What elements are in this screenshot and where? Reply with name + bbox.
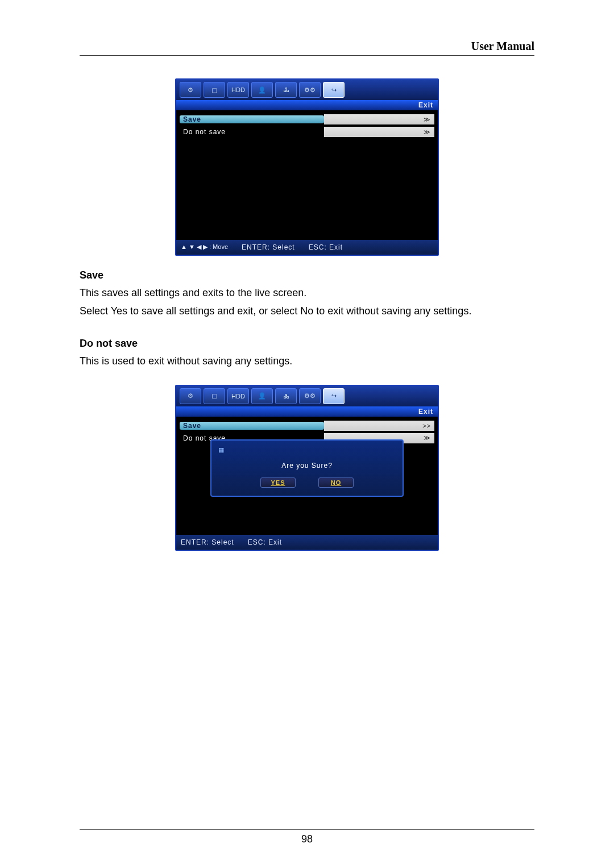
screenshot-confirm-dialog: ⚙ ▢ HDD 👤 🖧 ⚙⚙ ↪ Exit Save >> Do not sav… <box>80 385 534 551</box>
tab-system-icon[interactable]: ⚙⚙ <box>299 82 321 98</box>
exit-icon: ↪ <box>331 86 337 94</box>
dvr-window: ⚙ ▢ HDD 👤 🖧 ⚙⚙ ↪ Exit Save ≫ Do not save… <box>175 78 439 256</box>
gear-icon: ⚙ <box>188 392 193 400</box>
dialog-button-row: YES NO <box>216 477 398 491</box>
tab-network-icon[interactable]: 🖧 <box>275 388 297 404</box>
dvr-window: ⚙ ▢ HDD 👤 🖧 ⚙⚙ ↪ Exit Save >> Do not sav… <box>175 385 439 551</box>
dialog-title-icon: ▦ <box>216 445 398 457</box>
menu-row-donotsave[interactable]: Do not save ≫ <box>180 126 434 138</box>
monitor-icon: ▢ <box>211 86 217 94</box>
screenshot-exit-menu: ⚙ ▢ HDD 👤 🖧 ⚙⚙ ↪ Exit Save ≫ Do not save… <box>80 78 534 256</box>
hdd-icon: HDD <box>231 393 245 400</box>
menu-row-value[interactable]: ≫ <box>324 127 434 137</box>
exit-icon: ↪ <box>331 392 337 400</box>
user-icon: 👤 <box>258 392 266 400</box>
menu-row-save[interactable]: Save >> <box>180 420 434 431</box>
page-footer: 98 <box>80 829 534 845</box>
dvr-menu-area: Save >> Do not save ≫ ▦ Are you Sure? YE… <box>176 417 438 535</box>
heading-donotsave: Do not save <box>80 338 534 350</box>
menu-row-label: Do not save <box>180 128 324 136</box>
page-header-title: User Manual <box>471 40 534 52</box>
gears-icon: ⚙⚙ <box>304 86 316 94</box>
dvr-tabbar: ⚙ ▢ HDD 👤 🖧 ⚙⚙ ↪ <box>176 80 438 100</box>
network-icon: 🖧 <box>283 86 289 93</box>
para-save-2: Select Yes to save all settings and exit… <box>80 304 534 318</box>
tab-network-icon[interactable]: 🖧 <box>275 82 297 98</box>
page-number: 98 <box>301 833 313 845</box>
tab-hdd-icon[interactable]: HDD <box>227 82 249 98</box>
confirm-dialog: ▦ Are you Sure? YES NO <box>210 439 404 497</box>
tab-hdd-icon[interactable]: HDD <box>227 388 249 404</box>
menu-row-label: Save <box>180 422 324 430</box>
user-icon: 👤 <box>258 86 266 94</box>
dialog-message: Are you Sure? <box>216 457 398 477</box>
tab-settings-icon[interactable]: ⚙ <box>180 388 201 404</box>
menu-row-value[interactable]: >> <box>324 421 434 431</box>
tab-user-icon[interactable]: 👤 <box>251 388 273 404</box>
dvr-hintbar: ▲ ▼ ◀ ▶ : Move ENTER: Select ESC: Exit <box>176 240 438 255</box>
para-donotsave-1: This is used to exit without saving any … <box>80 354 534 368</box>
network-icon: 🖧 <box>283 393 289 400</box>
menu-row-save[interactable]: Save ≫ <box>180 114 434 125</box>
tab-exit-icon[interactable]: ↪ <box>323 388 345 404</box>
dvr-menu-area: Save ≫ Do not save ≫ <box>176 110 438 240</box>
page-header: User Manual <box>80 40 534 56</box>
manual-page: User Manual ⚙ ▢ HDD 👤 🖧 ⚙⚙ ↪ Exit Save ≫… <box>0 0 614 868</box>
hint-enter: ENTER: Select <box>242 243 295 251</box>
hint-move: ▲ ▼ ◀ ▶ : Move <box>181 243 228 251</box>
tab-settings-icon[interactable]: ⚙ <box>180 82 201 98</box>
tab-display-icon[interactable]: ▢ <box>204 388 225 404</box>
heading-save: Save <box>80 269 534 281</box>
para-save-1: This saves all settings and exits to the… <box>80 286 534 300</box>
no-button[interactable]: NO <box>318 477 354 488</box>
dvr-section-title: Exit <box>176 100 438 110</box>
tab-exit-icon[interactable]: ↪ <box>323 82 345 98</box>
dvr-tabbar: ⚙ ▢ HDD 👤 🖧 ⚙⚙ ↪ <box>176 386 438 406</box>
tab-system-icon[interactable]: ⚙⚙ <box>299 388 321 404</box>
hint-esc: ESC: Exit <box>309 243 343 251</box>
yes-button[interactable]: YES <box>260 477 296 488</box>
menu-row-value[interactable]: ≫ <box>324 114 434 124</box>
hint-enter: ENTER: Select <box>181 538 234 546</box>
gear-icon: ⚙ <box>188 86 193 94</box>
dvr-section-title: Exit <box>176 406 438 417</box>
hint-esc: ESC: Exit <box>248 538 282 546</box>
hdd-icon: HDD <box>231 86 245 93</box>
monitor-icon: ▢ <box>211 392 217 400</box>
gears-icon: ⚙⚙ <box>304 392 316 400</box>
menu-row-label: Save <box>180 115 324 123</box>
tab-display-icon[interactable]: ▢ <box>204 82 225 98</box>
tab-user-icon[interactable]: 👤 <box>251 82 273 98</box>
dvr-hintbar: ENTER: Select ESC: Exit <box>176 535 438 550</box>
